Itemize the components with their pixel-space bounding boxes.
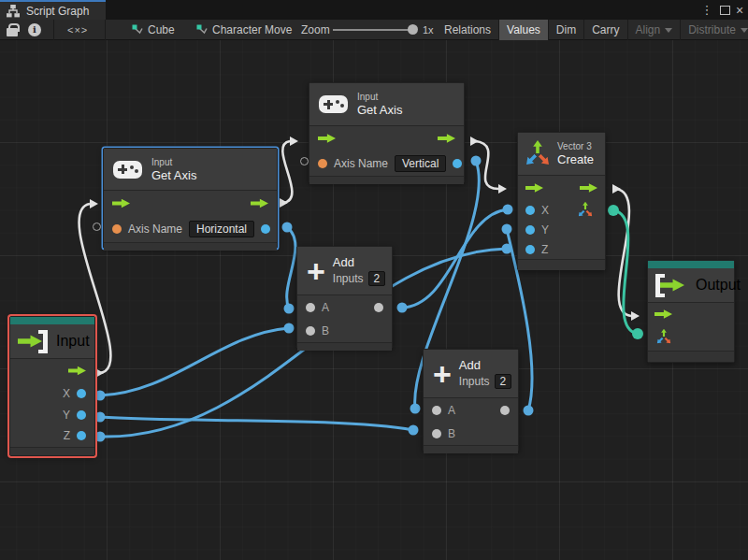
port-z-output[interactable] bbox=[77, 431, 86, 440]
gamepad-icon bbox=[113, 161, 142, 179]
port-b-input[interactable] bbox=[432, 429, 441, 438]
zoom-slider-track[interactable] bbox=[333, 29, 413, 31]
node-subtitle: Input bbox=[151, 157, 196, 167]
node-output[interactable]: Output bbox=[647, 260, 735, 363]
port-label: Z bbox=[64, 429, 70, 442]
node-title: Output bbox=[696, 277, 741, 294]
port-axis-name-input[interactable] bbox=[318, 159, 327, 168]
values-button[interactable]: Values bbox=[499, 20, 549, 40]
port-label: Axis Name bbox=[334, 157, 388, 170]
flow-out-arrow-icon[interactable] bbox=[68, 366, 86, 376]
relations-button[interactable]: Relations bbox=[437, 20, 499, 40]
node-footer bbox=[648, 351, 734, 362]
zoom-slider-knob[interactable] bbox=[408, 24, 418, 35]
maximize-icon[interactable] bbox=[717, 0, 732, 20]
input-icon bbox=[18, 330, 48, 353]
tab-script-graph[interactable]: Script Graph bbox=[0, 0, 106, 20]
port-axis-name-input[interactable] bbox=[112, 224, 122, 234]
port-result-output[interactable] bbox=[453, 159, 462, 168]
node-footer bbox=[518, 259, 605, 270]
distribute-dropdown[interactable]: Distribute bbox=[681, 20, 748, 40]
axis-name-value-input[interactable]: Vertical bbox=[395, 155, 446, 172]
port-label: Y bbox=[541, 223, 549, 237]
graph-toolbar: <×> Cube Character Move Zoom 1x Relation… bbox=[0, 20, 748, 40]
inputs-label: Inputs bbox=[459, 375, 490, 388]
node-get-axis-vertical[interactable]: Input Get Axis Axis Name Vertical bbox=[309, 82, 465, 183]
port-a-input[interactable] bbox=[432, 406, 441, 415]
close-icon[interactable]: × bbox=[732, 0, 747, 20]
node-footer bbox=[424, 445, 518, 453]
vector3-output-icon[interactable] bbox=[578, 202, 593, 217]
vector3-icon bbox=[525, 141, 550, 166]
inputs-count-input[interactable]: 2 bbox=[495, 374, 512, 389]
inputs-count-input[interactable]: 2 bbox=[368, 271, 386, 286]
empty-socket-ring[interactable] bbox=[93, 223, 101, 231]
port-label: A bbox=[448, 404, 455, 417]
flow-in-arrow-icon[interactable] bbox=[525, 183, 543, 194]
flow-in-arrow-icon[interactable] bbox=[654, 309, 672, 320]
breadcrumb-label: Character Move bbox=[212, 23, 292, 36]
empty-socket-ring[interactable] bbox=[300, 157, 309, 165]
port-x-input[interactable] bbox=[525, 206, 535, 215]
vector3-input-icon[interactable] bbox=[656, 329, 671, 344]
port-y-output[interactable] bbox=[77, 410, 86, 420]
graph-io-bar bbox=[10, 317, 94, 324]
plus-icon: + bbox=[433, 362, 452, 386]
graph-unit-icon bbox=[132, 24, 143, 36]
toolbar-toggle-group: Relations Values Dim Carry Align Distrib… bbox=[437, 20, 748, 40]
node-vector3-create[interactable]: Vector 3 Create X Y Z bbox=[517, 132, 606, 270]
flow-in-arrow-icon[interactable] bbox=[112, 198, 130, 208]
port-sum-output[interactable] bbox=[374, 303, 383, 312]
window-menu-icon[interactable]: ⋮ bbox=[699, 0, 714, 20]
axis-name-value-input[interactable]: Horizontal bbox=[189, 221, 254, 237]
align-dropdown[interactable]: Align bbox=[628, 20, 682, 40]
flow-out-arrow-icon[interactable] bbox=[580, 183, 597, 194]
plus-icon: + bbox=[307, 259, 325, 283]
port-b-input[interactable] bbox=[306, 326, 315, 336]
port-label: X bbox=[63, 387, 70, 400]
node-title: Input bbox=[56, 333, 90, 350]
node-get-axis-horizontal[interactable]: Input Get Axis Axis Name Horizontal bbox=[103, 148, 278, 249]
port-a-input[interactable] bbox=[306, 303, 315, 312]
toolbar-separator bbox=[53, 20, 54, 40]
lock-button[interactable] bbox=[7, 20, 18, 40]
port-z-input[interactable] bbox=[525, 245, 535, 254]
graph-io-bar bbox=[648, 261, 734, 268]
node-add-1[interactable]: + Add Inputs 2 A B bbox=[296, 246, 393, 349]
port-label: Y bbox=[63, 409, 70, 422]
port-label: B bbox=[448, 427, 455, 440]
chevron-down-icon bbox=[741, 28, 748, 33]
info-icon bbox=[28, 23, 41, 36]
port-y-input[interactable] bbox=[525, 225, 535, 235]
lock-icon bbox=[7, 28, 18, 36]
toolbar-separator bbox=[105, 20, 106, 40]
carry-button[interactable]: Carry bbox=[584, 20, 627, 40]
port-label: X bbox=[541, 204, 549, 217]
window-title-strip: Script Graph ⋮ × bbox=[0, 0, 748, 20]
breadcrumb-character-move[interactable]: Character Move bbox=[196, 20, 292, 40]
info-button[interactable] bbox=[28, 20, 41, 40]
flow-out-arrow-icon[interactable] bbox=[251, 198, 268, 208]
script-graph-window: Script Graph ⋮ × <×> Cube Character Move… bbox=[0, 0, 748, 560]
node-add-2[interactable]: + Add Inputs 2 A B bbox=[423, 349, 519, 452]
zoom-value: 1x bbox=[423, 20, 434, 40]
port-result-output[interactable] bbox=[261, 224, 270, 234]
graph-unit-icon bbox=[196, 24, 208, 36]
node-input[interactable]: Input X Y Z bbox=[9, 316, 95, 456]
node-subtitle: Input bbox=[357, 92, 402, 102]
edit-graph-button[interactable]: <×> bbox=[67, 20, 88, 40]
port-label: B bbox=[322, 324, 329, 337]
inputs-label: Inputs bbox=[333, 272, 364, 285]
node-title: Get Axis bbox=[151, 168, 196, 182]
node-title: Add bbox=[459, 358, 511, 372]
node-subtitle: Vector 3 bbox=[557, 141, 594, 151]
node-footer bbox=[104, 242, 277, 251]
port-x-output[interactable] bbox=[77, 389, 86, 398]
flow-out-arrow-icon[interactable] bbox=[438, 134, 455, 144]
zoom-label: Zoom bbox=[301, 20, 330, 40]
dim-button[interactable]: Dim bbox=[549, 20, 584, 40]
graph-icon bbox=[6, 5, 21, 18]
port-sum-output[interactable] bbox=[500, 406, 510, 415]
flow-in-arrow-icon[interactable] bbox=[318, 134, 336, 144]
breadcrumb-cube[interactable]: Cube bbox=[132, 20, 175, 40]
